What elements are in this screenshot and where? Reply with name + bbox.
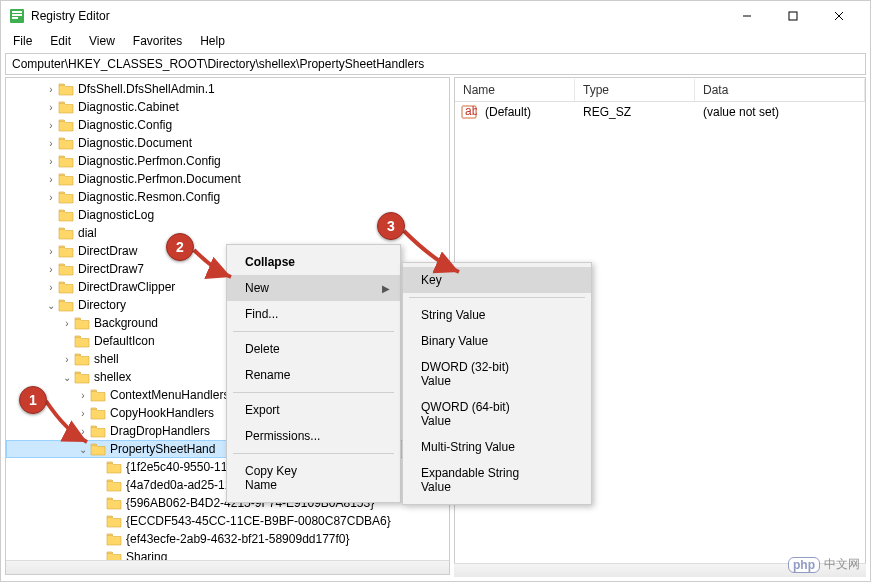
new-submenu[interactable]: Key String Value Binary Value DWORD (32-… xyxy=(402,262,592,505)
tree-node-label: shellex xyxy=(94,370,131,384)
expander-icon[interactable]: › xyxy=(44,84,58,95)
menu-help[interactable]: Help xyxy=(192,32,233,50)
expander-icon[interactable]: › xyxy=(44,156,58,167)
value-row[interactable]: ab (Default) REG_SZ (value not set) xyxy=(455,102,865,122)
titlebar: Registry Editor xyxy=(1,1,870,31)
tree-node[interactable]: ›Diagnostic.Cabinet xyxy=(6,98,449,116)
submenu-qword[interactable]: QWORD (64-bit) Value xyxy=(403,394,591,434)
header-data[interactable]: Data xyxy=(695,79,865,101)
submenu-separator xyxy=(409,297,585,298)
address-bar[interactable]: Computer\HKEY_CLASSES_ROOT\Directory\she… xyxy=(5,53,866,75)
tree-node[interactable]: ›{ECCDF543-45CC-11CE-B9BF-0080C87CDBA6} xyxy=(6,512,449,530)
expander-icon[interactable]: › xyxy=(44,282,58,293)
tree-node-label: DiagnosticLog xyxy=(78,208,154,222)
ctx-rename[interactable]: Rename xyxy=(227,362,400,388)
ctx-collapse[interactable]: Collapse xyxy=(227,249,400,275)
expander-icon[interactable]: › xyxy=(44,102,58,113)
submenu-dword[interactable]: DWORD (32-bit) Value xyxy=(403,354,591,394)
expander-icon[interactable]: › xyxy=(44,174,58,185)
tree-node-label: PropertySheetHand xyxy=(110,442,215,456)
tree-node-label: {ECCDF543-45CC-11CE-B9BF-0080C87CDBA6} xyxy=(126,514,391,528)
tree-node-label: Diagnostic.Perfmon.Config xyxy=(78,154,221,168)
menu-edit[interactable]: Edit xyxy=(42,32,79,50)
value-type: REG_SZ xyxy=(575,103,695,121)
watermark: php 中文网 xyxy=(788,556,860,573)
tree-node-label: DirectDraw xyxy=(78,244,137,258)
tree-node-label: shell xyxy=(94,352,119,366)
menu-view[interactable]: View xyxy=(81,32,123,50)
expander-icon[interactable]: ⌄ xyxy=(44,300,58,311)
submenu-expand[interactable]: Expandable String Value xyxy=(403,460,591,500)
tree-node-label: Diagnostic.Perfmon.Document xyxy=(78,172,241,186)
expander-icon[interactable]: › xyxy=(60,318,74,329)
expander-icon[interactable]: › xyxy=(44,120,58,131)
ctx-separator-2 xyxy=(233,392,394,393)
tree-node[interactable]: ›{ef43ecfe-2ab9-4632-bf21-58909dd177f0} xyxy=(6,530,449,548)
value-data: (value not set) xyxy=(695,103,865,121)
ctx-copy-key-name[interactable]: Copy Key Name xyxy=(227,458,400,498)
submenu-arrow-icon: ▶ xyxy=(382,283,390,294)
tree-node[interactable]: ›Diagnostic.Perfmon.Document xyxy=(6,170,449,188)
context-menu[interactable]: Collapse New ▶ Find... Delete Rename Exp… xyxy=(226,244,401,503)
expander-icon[interactable]: › xyxy=(44,264,58,275)
tree-node-label: Diagnostic.Config xyxy=(78,118,172,132)
menu-favorites[interactable]: Favorites xyxy=(125,32,190,50)
ctx-new[interactable]: New ▶ xyxy=(227,275,400,301)
expander-icon[interactable]: › xyxy=(76,408,90,419)
expander-icon[interactable]: › xyxy=(76,390,90,401)
ctx-delete[interactable]: Delete xyxy=(227,336,400,362)
header-name[interactable]: Name xyxy=(455,79,575,101)
tree-node-label: Background xyxy=(94,316,158,330)
ctx-find[interactable]: Find... xyxy=(227,301,400,327)
tree-node-label: DirectDrawClipper xyxy=(78,280,175,294)
tree-node[interactable]: ›Diagnostic.Config xyxy=(6,116,449,134)
ctx-permissions[interactable]: Permissions... xyxy=(227,423,400,449)
minimize-button[interactable] xyxy=(724,1,770,31)
submenu-key[interactable]: Key xyxy=(403,267,591,293)
tree-node-label: CopyHookHandlers xyxy=(110,406,214,420)
ctx-separator-3 xyxy=(233,453,394,454)
watermark-cn: 中文网 xyxy=(824,556,860,573)
tree-node-label: DfsShell.DfsShellAdmin.1 xyxy=(78,82,215,96)
expander-icon[interactable]: › xyxy=(60,354,74,365)
close-button[interactable] xyxy=(816,1,862,31)
menubar: File Edit View Favorites Help xyxy=(1,31,870,51)
tree-node[interactable]: ›Diagnostic.Resmon.Config xyxy=(6,188,449,206)
svg-rect-2 xyxy=(12,14,22,16)
maximize-button[interactable] xyxy=(770,1,816,31)
tree-node-label: {ef43ecfe-2ab9-4632-bf21-58909dd177f0} xyxy=(126,532,350,546)
tree-node-label: Diagnostic.Cabinet xyxy=(78,100,179,114)
tree-node-label: DragDropHandlers xyxy=(110,424,210,438)
ctx-separator-1 xyxy=(233,331,394,332)
app-icon xyxy=(9,8,25,24)
submenu-multi[interactable]: Multi-String Value xyxy=(403,434,591,460)
address-text: Computer\HKEY_CLASSES_ROOT\Directory\she… xyxy=(12,57,424,71)
svg-text:ab: ab xyxy=(465,104,477,118)
tree-node-label: DefaultIcon xyxy=(94,334,155,348)
tree-node-label: Diagnostic.Document xyxy=(78,136,192,150)
watermark-php: php xyxy=(788,557,820,573)
expander-icon[interactable]: ⌄ xyxy=(76,444,90,455)
submenu-binary[interactable]: Binary Value xyxy=(403,328,591,354)
tree-node[interactable]: ›Diagnostic.Perfmon.Config xyxy=(6,152,449,170)
expander-icon[interactable]: › xyxy=(44,192,58,203)
expander-icon[interactable]: ⌄ xyxy=(60,372,74,383)
expander-icon[interactable]: › xyxy=(76,426,90,437)
menu-file[interactable]: File xyxy=(5,32,40,50)
header-type[interactable]: Type xyxy=(575,79,695,101)
submenu-string[interactable]: String Value xyxy=(403,302,591,328)
svg-rect-5 xyxy=(789,12,797,20)
tree-horizontal-scrollbar[interactable] xyxy=(6,560,449,574)
callout-3: 3 xyxy=(377,212,405,240)
tree-node[interactable]: ›Diagnostic.Document xyxy=(6,134,449,152)
ctx-export[interactable]: Export xyxy=(227,397,400,423)
values-header[interactable]: Name Type Data xyxy=(455,78,865,102)
expander-icon[interactable]: › xyxy=(44,246,58,257)
tree-node-label: Directory xyxy=(78,298,126,312)
window-title: Registry Editor xyxy=(31,9,724,23)
ctx-new-label: New xyxy=(245,281,269,295)
callout-2: 2 xyxy=(166,233,194,261)
expander-icon[interactable]: › xyxy=(44,138,58,149)
tree-node[interactable]: ›DfsShell.DfsShellAdmin.1 xyxy=(6,80,449,98)
tree-node-label: DirectDraw7 xyxy=(78,262,144,276)
